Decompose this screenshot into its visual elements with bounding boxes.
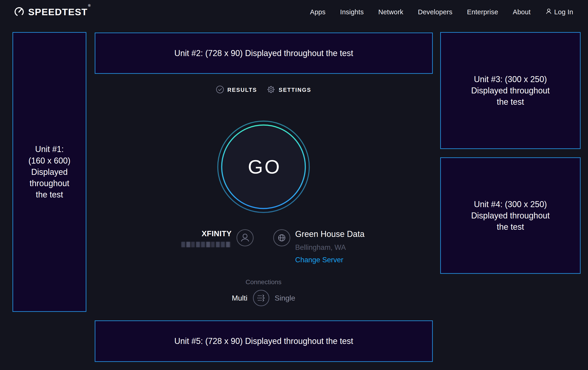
- ad-unit-4-rectangle[interactable]: Unit #4: (300 x 250) Displayed throughou…: [440, 157, 581, 274]
- server-block: Green House Data Bellingham, WA Change S…: [295, 229, 364, 265]
- gear-icon: [267, 85, 275, 95]
- isp-block: XFINITY: [181, 229, 232, 247]
- main-nav: Apps Insights Network Developers Enterpr…: [310, 8, 573, 16]
- ad-unit-3-text: Unit #3: (300 x 250) Displayed throughou…: [471, 74, 550, 108]
- connections-row: Multi Single: [232, 290, 295, 306]
- login-label: Log In: [554, 8, 573, 16]
- ad-unit-2-text: Unit #2: (728 x 90) Displayed throughout…: [174, 48, 353, 59]
- nav-item-insights[interactable]: Insights: [340, 8, 364, 16]
- nav-item-about[interactable]: About: [513, 8, 530, 16]
- ad-unit-2-leaderboard[interactable]: Unit #2: (728 x 90) Displayed throughout…: [95, 32, 433, 74]
- server-globe-icon: [273, 229, 291, 247]
- go-button[interactable]: GO: [217, 120, 310, 213]
- check-circle-icon: [216, 85, 224, 95]
- ad-unit-1-skyscraper[interactable]: Unit #1: (160 x 600) Displayed throughou…: [12, 32, 86, 312]
- user-icon: [545, 8, 552, 16]
- server-location: Bellingham, WA: [295, 243, 364, 252]
- ad-unit-1-text: Unit #1: (160 x 600) Displayed throughou…: [28, 143, 70, 200]
- speedometer-icon: [13, 6, 25, 18]
- tabs-row: RESULTS: [216, 85, 311, 95]
- ad-unit-5-leaderboard[interactable]: Unit #5: (728 x 90) Displayed throughout…: [95, 320, 433, 362]
- tab-settings[interactable]: SETTINGS: [267, 85, 311, 95]
- ad-unit-3-rectangle[interactable]: Unit #3: (300 x 250) Displayed throughou…: [440, 32, 581, 149]
- speedtest-page: SPEEDTEST® Apps Insights Network Develop…: [0, 0, 588, 370]
- nav-item-enterprise[interactable]: Enterprise: [467, 8, 498, 16]
- change-server-link[interactable]: Change Server: [295, 255, 364, 265]
- isp-name: XFINITY: [202, 229, 232, 238]
- go-label: GO: [217, 120, 310, 213]
- ad-unit-5-text: Unit #5: (728 x 90) Displayed throughout…: [174, 335, 353, 347]
- connections-multi-option[interactable]: Multi: [232, 294, 248, 302]
- connections-label: Connections: [245, 278, 282, 286]
- server-name: Green House Data: [295, 229, 364, 239]
- connections-single-option[interactable]: Single: [275, 294, 295, 302]
- results-label: RESULTS: [227, 87, 257, 93]
- isp-person-icon: [236, 229, 254, 247]
- nav-item-network[interactable]: Network: [378, 8, 403, 16]
- header: SPEEDTEST® Apps Insights Network Develop…: [0, 0, 588, 24]
- nav-item-developers[interactable]: Developers: [418, 8, 452, 16]
- ad-unit-4-text: Unit #4: (300 x 250) Displayed throughou…: [471, 199, 550, 233]
- nav-item-apps[interactable]: Apps: [310, 8, 326, 16]
- speedtest-logo[interactable]: SPEEDTEST®: [13, 6, 91, 18]
- redacted-ip-blur: [181, 242, 231, 247]
- login-button[interactable]: Log In: [545, 8, 573, 16]
- tab-results[interactable]: RESULTS: [216, 85, 257, 95]
- trademark-mark: ®: [88, 3, 91, 7]
- connections-toggle-icon[interactable]: [253, 290, 269, 306]
- settings-label: SETTINGS: [279, 87, 311, 93]
- logo-text: SPEEDTEST®: [28, 7, 91, 18]
